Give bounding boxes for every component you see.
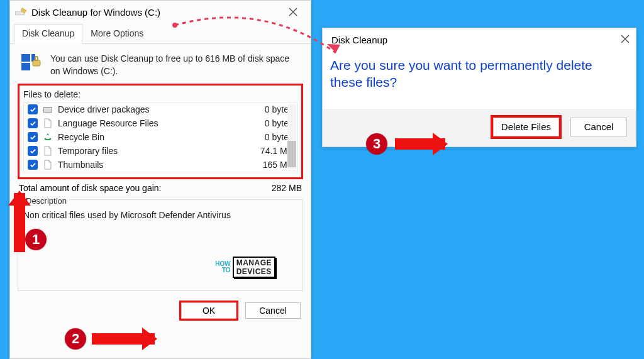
file-row[interactable]: Thumbnails165 MB: [24, 158, 297, 172]
annotation-arrow-1: [14, 193, 25, 252]
window-title: Disk Cleanup for Windows (C:): [31, 7, 160, 18]
disk-cleanup-icon: [15, 8, 26, 16]
tab-bar: Disk Cleanup More Options: [10, 23, 311, 44]
annotation-arrow-3: [395, 138, 445, 150]
ok-button[interactable]: OK: [181, 302, 236, 319]
file-size: 0 bytes: [248, 132, 293, 142]
file-name: Temporary files: [58, 146, 248, 156]
close-icon[interactable]: [621, 35, 630, 45]
file-name: Language Resource Files: [58, 118, 248, 128]
svg-rect-2: [21, 54, 30, 62]
total-label: Total amount of disk space you gain:: [19, 183, 272, 193]
svg-rect-6: [35, 57, 38, 60]
tab-disk-cleanup[interactable]: Disk Cleanup: [14, 24, 82, 44]
files-to-delete-group: Files to delete: Device driver packages0…: [18, 84, 303, 179]
file-size: 74.1 MB: [248, 146, 293, 156]
annotation-arrow-2: [92, 333, 155, 345]
device-icon: [43, 104, 53, 114]
file-size: 0 bytes: [248, 104, 293, 114]
checkbox-icon[interactable]: [28, 160, 38, 170]
file-list[interactable]: Device driver packages0 bytesLanguage Re…: [23, 102, 297, 172]
watermark: HOWTO MANAGEDEVICES: [215, 257, 275, 278]
delete-files-button[interactable]: Delete Files: [493, 118, 559, 136]
annotation-badge-3: 3: [366, 133, 387, 155]
page-icon: [43, 146, 53, 156]
confirm-title: Disk Cleanup: [331, 35, 387, 45]
close-icon[interactable]: [280, 3, 306, 21]
file-row[interactable]: Device driver packages0 bytes: [24, 102, 297, 116]
tab-more-options[interactable]: More Options: [82, 24, 152, 44]
svg-rect-8: [44, 108, 52, 112]
svg-rect-5: [33, 60, 40, 66]
checkbox-icon[interactable]: [28, 104, 38, 114]
file-row[interactable]: Language Resource Files0 bytes: [24, 116, 297, 130]
checkbox-icon[interactable]: [28, 146, 38, 156]
file-name: Recycle Bin: [58, 132, 248, 142]
confirm-message: Are you sure you want to permanently del…: [323, 52, 636, 109]
scrollbar-thumb[interactable]: [287, 141, 296, 167]
cancel-button[interactable]: Cancel: [245, 302, 301, 319]
svg-rect-3: [21, 63, 30, 70]
description-text: Non critical files used by Microsoft Def…: [23, 210, 231, 220]
file-name: Device driver packages: [58, 104, 248, 114]
checkbox-icon[interactable]: [28, 132, 38, 142]
page-icon: [43, 160, 53, 170]
confirm-dialog: Disk Cleanup Are you sure you want to pe…: [322, 28, 636, 147]
titlebar: Disk Cleanup for Windows (C:): [10, 1, 311, 23]
svg-rect-1: [16, 12, 25, 15]
file-size: 0 bytes: [248, 118, 293, 128]
description-group: Description Non critical files used by M…: [18, 199, 303, 291]
disk-cleanup-window: Disk Cleanup for Windows (C:) Disk Clean…: [9, 0, 311, 359]
annotation-badge-2: 2: [65, 328, 86, 350]
file-row[interactable]: Temporary files74.1 MB: [24, 144, 297, 158]
page-icon: [43, 118, 53, 128]
confirm-cancel-button[interactable]: Cancel: [570, 118, 627, 136]
file-name: Thumbnails: [58, 160, 248, 170]
intro-text: You can use Disk Cleanup to free up to 6…: [50, 53, 299, 77]
file-size: 165 MB: [248, 160, 293, 170]
total-value: 282 MB: [272, 183, 302, 193]
cleanup-large-icon: [21, 53, 43, 74]
files-to-delete-label: Files to delete:: [23, 89, 297, 99]
checkbox-icon[interactable]: [28, 118, 38, 128]
annotation-badge-1: 1: [25, 229, 47, 250]
scrollbar[interactable]: [287, 103, 296, 171]
recycle-icon: [43, 132, 53, 142]
file-row[interactable]: Recycle Bin0 bytes: [24, 130, 297, 144]
